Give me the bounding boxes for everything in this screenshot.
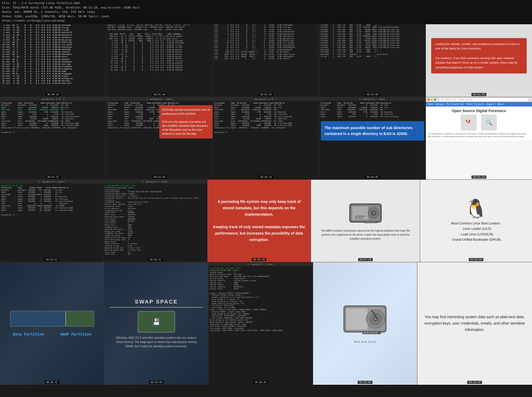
sensitive-info-text: You may find interesting system data suc… (423, 314, 527, 333)
swap-title: SWAP SPACE (110, 299, 203, 308)
timestamp-12: 00:06:21 (148, 258, 163, 261)
panel-9-title: 2. omur@jorel:~ [omur] (321, 98, 425, 100)
max-subdirs-text: The maximum possible number of sub direc… (325, 125, 421, 137)
web-content: Open Source Digital Forensics 🐕 🔍 The Sl… (426, 107, 532, 140)
svg-rect-11 (369, 222, 371, 223)
orphan-zombie-text: Looking for orphan, zombie, and suspicio… (435, 42, 522, 70)
timestamp-20: 00:10:40 (467, 381, 482, 384)
svg-rect-26 (372, 331, 375, 334)
nav-autopsy: Autopsy (435, 103, 444, 105)
swap-partition-bar (66, 311, 93, 326)
panel-3-terminal: USER PID %CPU %MEM VSZ RSS TTY STAT STAR… (213, 18, 319, 97)
mbr-text: The MBR includes instructions about how … (316, 229, 414, 241)
address-bar: The Sleuth Kit | Open Source... (440, 98, 528, 101)
panel-2-terminal: top - 14:45:25 up 28 days, 18:21, 1 user… (106, 18, 213, 97)
penguin-icon: 🐧 (464, 199, 488, 218)
file-info-line2: Size: 354274078 bytes (337.86 MiB), dura… (2, 6, 530, 10)
file-info-line5: https://sanet.st/blogs/tutorialseng/ (2, 19, 530, 23)
svg-rect-23 (364, 331, 366, 334)
boot-loaders-text: Most Common Linux Boot Loaders: - Linux … (451, 221, 502, 243)
web-logos: 🐕 🔍 (428, 114, 530, 130)
panel-19: Hard Disk Drive 00:10:08 (313, 262, 417, 385)
hdd-label: Hard Disk Drive (354, 340, 376, 344)
data-partition-label: Data Partition (13, 332, 44, 336)
timestamp-3: 00:01:36 (259, 93, 273, 96)
timestamp-10: 00:05:20 (472, 175, 486, 179)
nav-support: Support (487, 103, 496, 105)
timestamp-14: 00:07:28 (358, 258, 373, 261)
panel-14: The MBR includes instructions about how … (311, 180, 420, 262)
panel-1: 1. omur@jorel:~ PID USER PR NI VIRT RES … (0, 15, 106, 97)
panel-4: 2. omur@jorel:~ COMMAND PID USER FD TYPE… (319, 15, 426, 97)
panel-8-terminal: Filesystem Type 1K-blocks Used Available… (213, 101, 319, 179)
panel-8-title: omur@jorel:~$ df -T (214, 98, 318, 100)
panel-13: A journaling file system may only keep t… (207, 180, 311, 262)
svg-rect-12 (371, 222, 373, 223)
panel-16: Data Partition SWAP Partition 00:08:32 (0, 262, 104, 385)
panel-17: SWAP SPACE 💾 Windows, MAC OS X and other… (104, 262, 209, 385)
panel-6-terminal: Filesystem Type 1K-blocks Used Available… (0, 101, 106, 179)
journaling-text: A journaling file system may only keep t… (213, 199, 306, 243)
timestamp-4: 00:02:09 (365, 93, 380, 96)
svg-rect-9 (365, 222, 367, 223)
nav-projects: Other Projects (466, 103, 484, 105)
panel-5: Looking for orphan, zombie, and suspicio… (426, 15, 532, 97)
timestamp-1: 00:00:32 (46, 93, 60, 96)
ext4-text: EXT4 has several improvements over its p… (162, 108, 210, 136)
panel-6-title: omur@jorel:~$ df -T (1, 98, 105, 100)
panel-10: The Sleuth Kit | Open Source... Home Aut… (426, 97, 532, 179)
timestamp-17: 00:09:04 (149, 381, 164, 384)
panel-9: 2. omur@jorel:~ [omur] Filesystem Type 1… (319, 97, 426, 179)
timestamp-15: 00:08:00 (469, 258, 483, 261)
svg-rect-25 (369, 331, 372, 334)
partition-panel: Data Partition SWAP Partition (0, 262, 104, 385)
journaling-panel: A journaling file system may only keep t… (207, 180, 311, 262)
panel-20: You may find interesting system data suc… (417, 262, 532, 385)
orphan-zombie-bubble: Looking for orphan, zombie, and suspicio… (431, 38, 527, 74)
data-partition-bar (11, 311, 66, 326)
panel-7: 2. omur@jorel:~ [omur] Filesystem Type 1… (106, 97, 213, 179)
svg-point-20 (375, 318, 376, 320)
timestamp-13: 00:06:50 (252, 258, 266, 261)
timestamp-18: 00:09:36 (253, 381, 268, 384)
panel-2: 2. omur@jorel:~ top - 14:45:25 up 28 day… (106, 15, 213, 97)
svg-rect-27 (375, 331, 377, 334)
panel-6: omur@jorel:~$ df -T Filesystem Type 1K-b… (0, 97, 106, 179)
url-text: The Sleuth Kit | Open Source... (441, 99, 476, 101)
panel-3: 2. omur@jorel:~ USER PID %CPU %MEM VSZ R… (213, 15, 319, 97)
nav-about: About (497, 103, 504, 105)
nav-home: Home (428, 103, 433, 105)
file-info-line4: Video: h264, yuv420p, 1280x720, 4016 kb/… (2, 14, 530, 19)
panel-11-terminal: omur@jorel:~$ df -ity Filesystem Type In… (0, 183, 103, 262)
timestamp-11: 00:05:52 (44, 258, 59, 261)
panel-12: 2. omur@jorel:~ [omur] $ sudo dumpe2fs /… (104, 180, 207, 262)
panel-4-terminal: COMMAND PID USER FD TYPE DEVICE SIZE/OFF… (319, 18, 426, 97)
svg-rect-16 (346, 308, 368, 330)
web-nav: Home Autopsy The Sleuth Kit Other Projec… (426, 102, 532, 107)
file-info-bar: File: 12 - 2.6 Surveying Linux Forensics… (0, 0, 532, 24)
web-description: The Sleuth Kit® is a collection of comma… (428, 133, 530, 138)
file-info-line1: File: 12 - 2.6 Surveying Linux Forensics… (2, 1, 530, 6)
partition-labels: Data Partition SWAP Partition (13, 332, 92, 336)
minimize-button-icon (431, 99, 433, 101)
timestamp-7: 00:03:44 (152, 175, 167, 179)
nav-sleuth: The Sleuth Kit (446, 103, 464, 105)
timestamp-19: 00:10:08 (358, 381, 372, 384)
timestamp-8: 00:04:16 (259, 175, 273, 179)
panel-18-terminal: $ sudo dumpe2fs /dev/sdb2 | more Filesys… (209, 266, 313, 385)
timestamp-2: 00:01:04 (152, 93, 167, 96)
svg-rect-7 (355, 218, 363, 219)
max-subdirs-bubble: The maximum possible number of sub direc… (321, 121, 424, 141)
partition-bar (10, 311, 94, 327)
svg-rect-13 (373, 222, 375, 223)
panel-18: 2. omur@jorel:~ [omur] $ sudo dumpe2fs /… (209, 262, 313, 385)
hdd-graphic (348, 201, 383, 226)
timestamp-5: 00:02:40 (472, 93, 486, 96)
panel-11-title: 2. omur@jorel:~ [omur] (1, 181, 102, 183)
hdd-panel-19: Hard Disk Drive (313, 262, 417, 385)
swap-desc: Windows, MAC OS X and other operating sy… (114, 336, 198, 349)
panel-12-title: 2. omur@jorel:~ [omur] (105, 181, 206, 183)
panel-8: omur@jorel:~$ df -T Filesystem Type 1K-b… (213, 97, 319, 179)
tsk-logo: 🔍 (481, 114, 497, 130)
panel-7-title: 2. omur@jorel:~ [omur] (107, 98, 211, 100)
